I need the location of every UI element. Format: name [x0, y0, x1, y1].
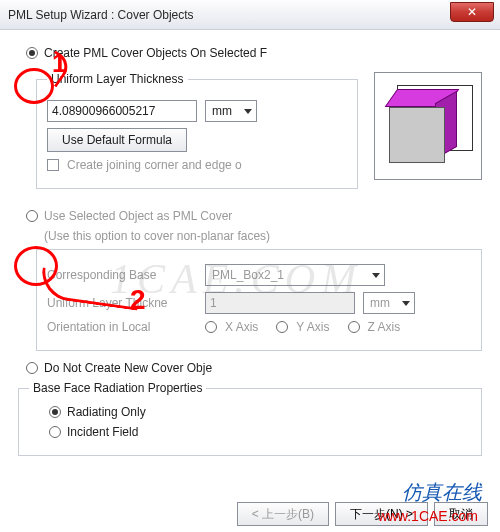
back-button-label: < 上一步(B)	[252, 506, 314, 523]
radio-icon	[26, 362, 38, 374]
incident-field-label: Incident Field	[67, 425, 138, 439]
thickness-unit-select[interactable]: mm	[205, 100, 257, 122]
preview-box	[374, 72, 482, 180]
watermark-url: www.1CAE.com	[378, 508, 478, 524]
back-button: < 上一步(B)	[237, 502, 329, 526]
uniform-thickness-unit-value: mm	[370, 296, 390, 310]
titlebar: PML Setup Wizard : Cover Objects ✕	[0, 0, 500, 30]
radio-icon	[26, 210, 38, 222]
axis-x-label: X Axis	[225, 320, 258, 334]
group-uniform-thickness: Uniform Layer Thickness mm Use Default F…	[36, 72, 358, 189]
use-selected-note: (Use this option to cover non-planar fac…	[44, 229, 482, 243]
cube-front-face	[389, 107, 445, 163]
radio-icon	[348, 321, 360, 333]
radio-icon	[276, 321, 288, 333]
chevron-down-icon	[402, 301, 410, 306]
group-base-face: Base Face Radiation Properties Radiating…	[18, 381, 482, 456]
chevron-down-icon	[244, 109, 252, 114]
thickness-input[interactable]	[47, 100, 197, 122]
close-button[interactable]: ✕	[450, 2, 494, 22]
radio-use-selected-label: Use Selected Object as PML Cover	[44, 209, 232, 223]
use-default-formula-label: Use Default Formula	[62, 133, 172, 147]
radio-create-cover-label: Create PML Cover Objects On Selected F	[44, 46, 267, 60]
axis-y-label: Y Axis	[296, 320, 329, 334]
use-default-formula-button[interactable]: Use Default Formula	[47, 128, 187, 152]
radio-incident-field[interactable]: Incident Field	[49, 425, 471, 439]
radio-icon	[49, 406, 61, 418]
radio-do-not-create[interactable]: Do Not Create New Cover Obje	[26, 361, 482, 375]
radiating-only-label: Radiating Only	[67, 405, 146, 419]
watermark-center: 1CAE.COM	[110, 255, 362, 303]
orientation-label: Orientation in Local	[47, 320, 197, 334]
watermark-brand: 仿真在线	[402, 479, 482, 506]
client-area: Create PML Cover Objects On Selected F U…	[0, 30, 500, 474]
group-base-face-title: Base Face Radiation Properties	[29, 381, 206, 395]
uniform-thickness-unit-select: mm	[363, 292, 415, 314]
joining-label: Create joining corner and edge o	[67, 158, 242, 172]
radio-icon	[26, 47, 38, 59]
joining-checkbox[interactable]	[47, 159, 59, 171]
radio-create-cover[interactable]: Create PML Cover Objects On Selected F	[26, 46, 482, 60]
radio-use-selected[interactable]: Use Selected Object as PML Cover	[26, 209, 482, 223]
radio-radiating-only[interactable]: Radiating Only	[49, 405, 471, 419]
thickness-unit-value: mm	[212, 104, 232, 118]
close-icon: ✕	[467, 5, 477, 19]
axis-z-label: Z Axis	[368, 320, 401, 334]
radio-do-not-create-label: Do Not Create New Cover Obje	[44, 361, 212, 375]
radio-icon	[205, 321, 217, 333]
window-title: PML Setup Wizard : Cover Objects	[8, 8, 194, 22]
radio-icon	[49, 426, 61, 438]
chevron-down-icon	[372, 273, 380, 278]
group-uniform-thickness-title: Uniform Layer Thickness	[47, 72, 188, 86]
